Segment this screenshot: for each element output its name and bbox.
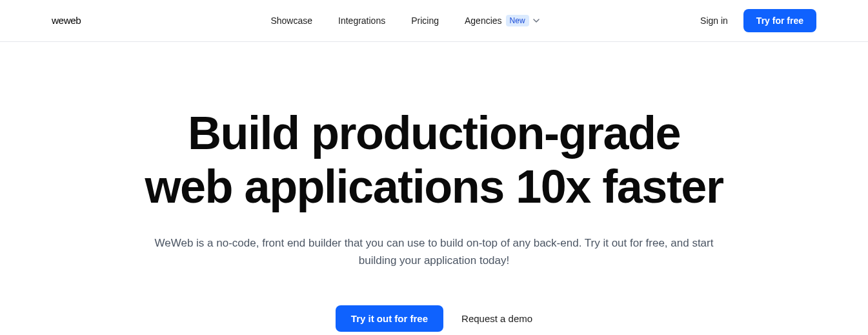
header-actions: Sign in Try for free (700, 9, 816, 32)
main-nav: Showcase Integrations Pricing Agencies N… (270, 15, 539, 26)
nav-agencies[interactable]: Agencies New (465, 15, 540, 26)
chevron-down-icon (533, 17, 540, 24)
request-demo-label: Request a demo (461, 313, 532, 324)
hero-subtitle: WeWeb is a no-code, front end builder th… (137, 234, 731, 269)
nav-showcase-label: Showcase (270, 15, 312, 26)
nav-integrations-label: Integrations (338, 15, 385, 26)
try-free-button[interactable]: Try for free (743, 9, 816, 32)
hero-title: Build production-grade web applications … (105, 107, 763, 214)
site-header: weweb Showcase Integrations Pricing Agen… (0, 0, 868, 42)
signin-link[interactable]: Sign in (700, 15, 728, 26)
nav-pricing[interactable]: Pricing (411, 15, 439, 26)
hero-section: Build production-grade web applications … (79, 42, 789, 335)
weweb-logo-icon: weweb (52, 14, 110, 27)
request-demo-link[interactable]: Request a demo (461, 313, 532, 324)
nav-pricing-label: Pricing (411, 15, 439, 26)
hero-title-line2: web applications 10x faster (145, 161, 723, 212)
nav-agencies-label: Agencies (465, 15, 502, 26)
nav-showcase[interactable]: Showcase (270, 15, 312, 26)
hero-try-free-button[interactable]: Try it out for free (336, 305, 443, 332)
signin-label: Sign in (700, 15, 728, 26)
brand-logo[interactable]: weweb (52, 14, 110, 27)
new-badge: New (506, 15, 529, 26)
nav-integrations[interactable]: Integrations (338, 15, 385, 26)
svg-text:weweb: weweb (52, 15, 81, 26)
hero-actions: Try it out for free Request a demo (105, 305, 763, 332)
hero-title-line1: Build production-grade (188, 107, 680, 159)
